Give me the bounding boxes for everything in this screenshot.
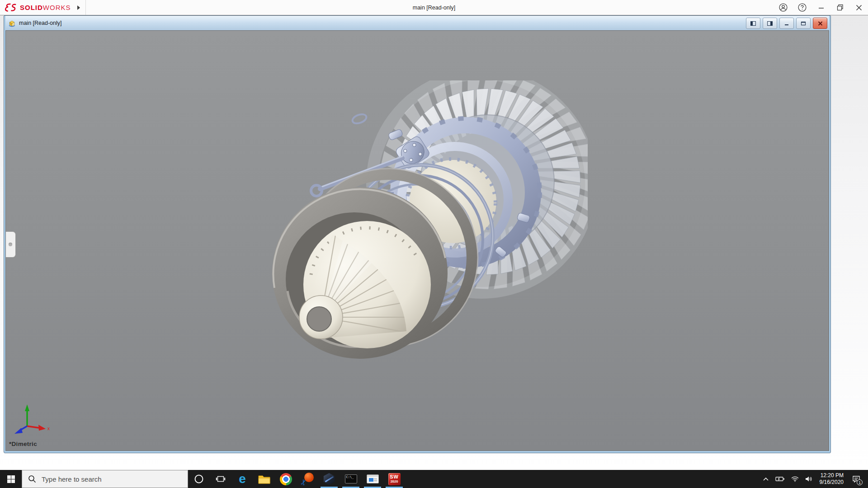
tray-wifi-icon[interactable]	[788, 470, 802, 488]
search-icon	[28, 475, 36, 483]
taskbar-system-window-icon[interactable]	[362, 470, 383, 488]
taskbar-cortana-icon[interactable]	[188, 470, 210, 488]
search-input[interactable]	[41, 475, 188, 483]
action-center-icon[interactable]: 1	[848, 470, 865, 488]
windows-logo-icon	[7, 475, 15, 483]
app-window-title: main [Read-only]	[413, 5, 456, 11]
split-left-button[interactable]	[746, 18, 760, 29]
view-orientation-label: *Dimetric	[9, 441, 37, 447]
3d-viewport[interactable]: x *Dimetric	[5, 30, 829, 451]
windows-taskbar: e ✂ C:\_ SW 2020	[0, 470, 868, 488]
document-window: main [Read-only]	[4, 15, 831, 453]
doc-close-button[interactable]	[813, 18, 827, 29]
minimize-icon[interactable]	[816, 3, 826, 12]
account-icon[interactable]	[778, 3, 788, 12]
taskbar-hexagon-app-icon[interactable]	[318, 470, 340, 488]
taskbar-file-explorer-icon[interactable]	[253, 470, 275, 488]
restore-icon[interactable]	[835, 3, 844, 12]
doc-minimize-button[interactable]	[779, 18, 794, 29]
split-right-button[interactable]	[763, 18, 777, 29]
close-icon[interactable]	[854, 3, 863, 12]
solidworks-logo: SOLIDWORKS	[0, 3, 71, 13]
help-icon[interactable]	[797, 3, 807, 12]
panel-tab-grip-icon	[9, 243, 12, 246]
start-button[interactable]	[0, 470, 22, 488]
taskbar-task-view-icon[interactable]	[210, 470, 231, 488]
assembly-doc-icon	[8, 19, 16, 27]
solidworks-glyph-icon	[5, 3, 18, 13]
titlebar-divider	[85, 0, 86, 15]
taskbar-chrome-icon[interactable]	[275, 470, 297, 488]
tray-clock[interactable]: 12:20 PM 9/16/2020	[816, 472, 848, 486]
tray-volume-icon[interactable]	[802, 470, 816, 488]
triad-x-label: x	[47, 426, 50, 431]
taskbar-search[interactable]	[22, 470, 188, 488]
taskbar-solidworks-icon[interactable]: SW 2020	[383, 470, 405, 488]
taskbar-screen-capture-icon[interactable]: ✂	[297, 470, 318, 488]
tray-date: 9/16/2020	[820, 479, 844, 486]
document-title: main [Read-only]	[19, 20, 62, 26]
notification-badge: 1	[857, 479, 863, 485]
menu-expand-arrow-icon[interactable]	[77, 5, 80, 10]
brand-wordmark: SOLIDWORKS	[20, 4, 71, 11]
feature-panel-tab[interactable]	[6, 231, 16, 258]
taskbar-edge-icon[interactable]: e	[231, 470, 253, 488]
tray-chevron-up-icon[interactable]	[760, 470, 772, 488]
doc-restore-button[interactable]	[796, 18, 811, 29]
app-titlebar: SOLIDWORKS main [Read-only]	[0, 0, 868, 15]
app-client-area: main [Read-only]	[0, 15, 868, 470]
taskbar-command-prompt-icon[interactable]: C:\_	[340, 470, 362, 488]
document-titlebar[interactable]: main [Read-only]	[5, 16, 829, 30]
tray-time: 12:20 PM	[820, 472, 844, 479]
jet-engine-model[interactable]	[253, 80, 588, 388]
orientation-triad[interactable]: x	[8, 403, 53, 442]
tray-battery-icon[interactable]	[772, 470, 788, 488]
